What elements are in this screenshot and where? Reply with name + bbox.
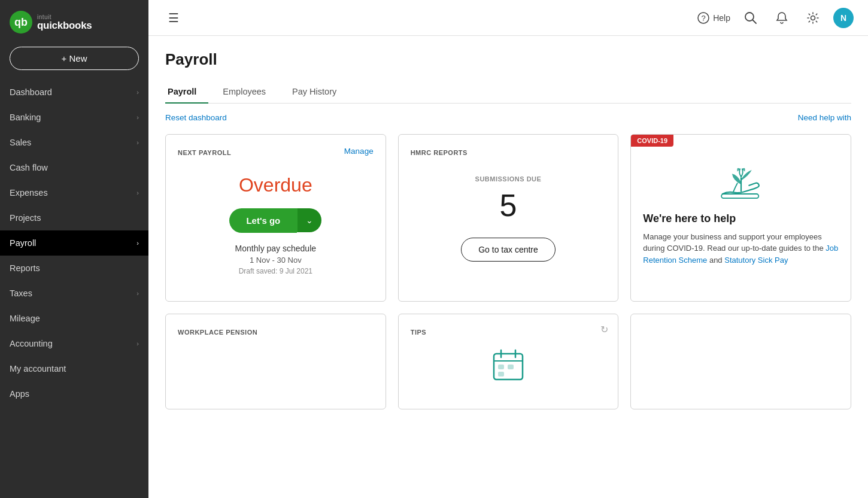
nav-item-label: Cash flow [10,163,48,172]
need-help-text: Need help with [798,113,851,122]
cards-grid: NEXT PAYROLL Manage Overdue Let's go ⌄ M… [165,134,851,302]
svg-rect-15 [498,372,504,376]
user-avatar[interactable]: N [833,8,854,28]
plant-hand-icon [717,161,765,203]
tab-employees[interactable]: Employees [223,81,278,104]
chevron-icon: › [136,189,139,196]
sidebar-item-banking[interactable]: Banking› [0,105,148,130]
topbar-right: ? Help N [697,7,854,29]
draft-saved: Draft saved: 9 Jul 2021 [178,267,374,275]
settings-button[interactable] [802,7,824,29]
sidebar-item-reports[interactable]: Reports [0,256,148,281]
tax-centre-button[interactable]: Go to tax centre [461,238,556,262]
intuit-label: intuit [37,14,92,20]
covid-desc: Manage your business and support your em… [643,231,839,266]
search-button[interactable] [740,7,761,29]
calendar-icon [492,349,524,381]
calendar-icon-area [411,349,606,381]
sidebar-item-taxes[interactable]: Taxes› [0,281,148,306]
svg-line-5 [753,20,757,23]
new-button[interactable]: + New [10,47,139,70]
sidebar-item-my-accountant[interactable]: My accountant [0,356,148,381]
statutory-sick-pay-link[interactable]: Statutory Sick Pay [724,256,788,265]
utility-row: Reset dashboard Need help with [165,113,851,122]
nav-item-label: Dashboard [10,87,52,97]
svg-rect-13 [498,365,504,369]
search-icon [744,11,757,25]
lets-go-button[interactable]: Let's go [229,208,297,233]
sidebar: qb intuit quickbooks + New Dashboard›Ban… [0,0,148,498]
sidebar-item-cash-flow[interactable]: Cash flow [0,155,148,180]
gear-icon [806,11,820,25]
sidebar-item-apps[interactable]: Apps [0,381,148,406]
refresh-icon[interactable]: ↻ [600,324,608,335]
sidebar-item-mileage[interactable]: Mileage [0,306,148,331]
nav-item-label: Banking [10,113,41,122]
sidebar-item-expenses[interactable]: Expenses› [0,180,148,205]
pay-schedule: Monthly pay schedule [178,244,374,253]
third-bottom-card [630,314,851,409]
main-area: ☰ ? Help [148,0,868,498]
topbar: ☰ ? Help [148,0,868,36]
pay-dates: 1 Nov - 30 Nov [178,256,374,265]
hmrc-label: HMRC REPORTS [411,149,468,156]
help-icon: ? [697,12,709,24]
sidebar-item-accounting[interactable]: Accounting› [0,331,148,356]
pension-label: WORKPLACE PENSION [178,329,257,336]
submissions-count: 5 [411,187,606,223]
covid-badge: COVID-19 [631,135,673,147]
logo-area: qb intuit quickbooks [0,0,148,42]
reset-dashboard-link[interactable]: Reset dashboard [165,113,227,122]
chevron-icon: › [136,89,139,96]
bell-icon [776,11,788,25]
nav-item-label: My accountant [10,364,66,374]
svg-rect-14 [508,365,514,369]
nav-item-label: Payroll [10,238,36,248]
notifications-button[interactable] [771,7,793,29]
nav-item-label: Expenses [10,188,48,198]
overdue-status: Overdue [178,174,374,196]
lets-go-row: Let's go ⌄ [178,208,374,233]
sidebar-item-dashboard[interactable]: Dashboard› [0,80,148,105]
help-button[interactable]: ? Help [697,12,730,24]
page-title: Payroll [165,50,851,69]
svg-rect-8 [721,194,758,198]
sidebar-item-sales[interactable]: Sales› [0,130,148,155]
page-content: Payroll PayrollEmployeesPay History Rese… [148,36,868,498]
sidebar-item-payroll[interactable]: Payroll› [0,230,148,256]
tabs-bar: PayrollEmployeesPay History [165,81,851,104]
quickbooks-label: quickbooks [37,20,92,31]
svg-text:qb: qb [14,16,28,28]
tips-label: TIPS [411,329,426,336]
svg-text:?: ? [702,14,706,23]
nav-item-label: Apps [10,389,29,399]
nav-item-label: Taxes [10,289,32,298]
tab-pay-history[interactable]: Pay History [292,81,348,104]
workplace-pension-card: WORKPLACE PENSION [165,314,386,409]
tab-payroll[interactable]: Payroll [165,81,208,104]
nav-item-label: Mileage [10,314,40,323]
covid-title: We're here to help [643,212,839,225]
menu-button[interactable]: ☰ [163,7,184,29]
nav-list: Dashboard›Banking›Sales›Cash flowExpense… [0,80,148,406]
bottom-cards-grid: WORKPLACE PENSION TIPS ↻ [165,314,851,409]
chevron-icon: › [136,290,139,297]
covid-card: COVID-19 [630,134,851,302]
next-payroll-label: NEXT PAYROLL [178,149,231,156]
chevron-icon: › [136,239,139,247]
covid-icon-area [643,161,839,203]
chevron-icon: › [136,340,139,347]
help-label: Help [713,13,730,23]
quickbooks-logo-icon: qb [10,11,32,34]
svg-point-6 [811,16,815,20]
logo-text: intuit quickbooks [37,14,92,31]
hmrc-card: HMRC REPORTS SUBMISSIONS DUE 5 Go to tax… [398,134,619,302]
nav-item-label: Sales [10,138,31,147]
topbar-left: ☰ [163,7,184,29]
nav-item-label: Projects [10,213,41,223]
chevron-icon: › [136,114,139,121]
lets-go-chevron-button[interactable]: ⌄ [297,208,321,232]
nav-item-label: Reports [10,263,40,273]
manage-link[interactable]: Manage [344,147,374,156]
sidebar-item-projects[interactable]: Projects [0,205,148,230]
